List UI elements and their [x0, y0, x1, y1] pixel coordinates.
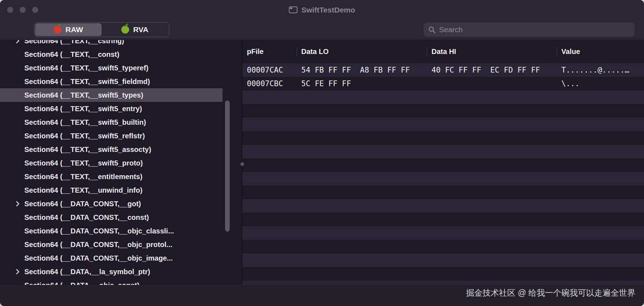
table-row[interactable] [242, 118, 644, 131]
sidebar-item[interactable]: Section64 (__TEXT,__swift5_typeref) [0, 61, 223, 75]
sidebar-item[interactable]: Section64 (__DATA_CONST,__const) [0, 211, 223, 224]
segment-rva-label: RVA [133, 25, 148, 34]
sidebar-item[interactable]: Section64 (__TEXT,__swift5_fieldmd) [0, 75, 223, 88]
cell-pfile: 00007CAC [242, 66, 297, 74]
address-mode-segmented-control: RAW RVA [34, 22, 169, 37]
table-row[interactable] [242, 226, 644, 240]
table-row[interactable] [242, 281, 644, 285]
segment-raw[interactable]: RAW [35, 23, 102, 36]
sidebar-item-label: Section64 (__TEXT,__swift5_fieldmd) [24, 78, 150, 86]
toolbar: RAW RVA [0, 20, 644, 40]
table-row[interactable] [242, 145, 644, 158]
app-window: SwiftTestDemo RAW RVA [0, 0, 644, 306]
search-field[interactable] [424, 23, 635, 37]
sidebar-item[interactable]: Section64 (__TEXT,__entitlements) [0, 170, 223, 183]
sidebar-item-label: Section64 (__DATA,__objc_const) [24, 281, 140, 285]
sidebar-item[interactable]: Section64 (__TEXT,__swift5_types) [0, 88, 223, 102]
sidebar-item[interactable]: Section64 (__DATA,__objc_const) [0, 278, 223, 285]
sidebar-scrollbar [225, 40, 230, 285]
column-header-data-lo[interactable]: Data LO [297, 40, 427, 63]
sidebar-scrollbar-thumb[interactable] [225, 100, 230, 232]
table-row[interactable] [242, 253, 644, 267]
sidebar-item-label: Section64 (__DATA_CONST,__objc_protol... [24, 241, 172, 249]
document-window-icon [289, 6, 297, 13]
sidebar-item[interactable]: Section64 (__TEXT,__swift5_proto) [0, 156, 223, 170]
cell-value: T.......@.....… [557, 66, 644, 74]
sidebar-item[interactable]: Section64 (__DATA_CONST,__got) [0, 197, 223, 211]
sidebar-list: Section64 (__TEXT,__cstring) Section64 (… [0, 40, 242, 285]
cell-pfile: 00007CBC [242, 79, 297, 88]
search-icon [428, 26, 436, 34]
section-sidebar: Section64 (__TEXT,__cstring) Section64 (… [0, 40, 242, 285]
segment-rva[interactable]: RVA [102, 23, 168, 36]
sidebar-item[interactable]: Section64 (__TEXT,__cstring) [0, 40, 223, 48]
traffic-lights [0, 7, 38, 13]
table-row[interactable] [242, 240, 644, 253]
table-row[interactable]: 00007CBC 5C FE FF FF \... [242, 77, 644, 90]
table-row[interactable] [242, 267, 644, 281]
red-apple-icon [54, 26, 62, 34]
sidebar-item[interactable]: Section64 (__DATA,__la_symbol_ptr) [0, 265, 223, 278]
table-row[interactable] [242, 172, 644, 186]
sidebar-item[interactable]: Section64 (__TEXT,__swift5_assocty) [0, 143, 223, 156]
cell-value: \... [557, 79, 644, 88]
column-header-data-hi[interactable]: Data HI [427, 40, 557, 63]
table-row[interactable] [242, 199, 644, 213]
sidebar-item[interactable]: Section64 (__TEXT,__const) [0, 48, 223, 61]
green-apple-icon [121, 26, 129, 34]
column-header-value[interactable]: Value [557, 40, 644, 63]
split-handle[interactable] [240, 162, 244, 166]
segment-raw-label: RAW [65, 25, 83, 34]
table-body: 00007CAC 54 FB FF FF A8 FB FF FF 40 FC F… [242, 63, 644, 285]
sidebar-item[interactable]: Section64 (__TEXT,__swift5_builtin) [0, 115, 223, 129]
table-row[interactable] [242, 158, 644, 172]
sidebar-item[interactable]: Section64 (__DATA_CONST,__objc_classli..… [0, 224, 223, 238]
bottom-bar: 掘金技术社区 @ 给我一个碗我可以走遍全世界 [0, 285, 644, 306]
sidebar-item-label: Section64 (__TEXT,__swift5_types) [24, 91, 143, 99]
column-header-pfile[interactable]: pFile [242, 40, 297, 63]
sidebar-item-label: Section64 (__DATA_CONST,__objc_classli..… [24, 227, 174, 235]
zoom-button[interactable] [32, 7, 38, 13]
main-content: Section64 (__TEXT,__cstring) Section64 (… [0, 40, 644, 285]
search-input[interactable] [439, 25, 630, 34]
sidebar-item-label: Section64 (__TEXT,__swift5_builtin) [24, 118, 146, 127]
table-header: pFile Data LO Data HI Value [242, 40, 644, 63]
sidebar-item[interactable]: Section64 (__DATA_CONST,__objc_protol... [0, 238, 223, 251]
sidebar-item-label: Section64 (__TEXT,__swift5_entry) [24, 105, 142, 113]
sidebar-item-label: Section64 (__DATA_CONST,__got) [24, 200, 141, 208]
sidebar-item[interactable]: Section64 (__TEXT,__unwind_info) [0, 183, 223, 197]
sidebar-item-label: Section64 (__TEXT,__entitlements) [24, 173, 142, 181]
disclosure-chevron-icon[interactable] [16, 269, 20, 275]
window-title: SwiftTestDemo [301, 6, 355, 14]
table-row[interactable] [242, 213, 644, 226]
sidebar-item-label: Section64 (__DATA_CONST,__objc_image... [24, 254, 173, 262]
sidebar-item-label: Section64 (__TEXT,__const) [24, 50, 119, 59]
table-row[interactable] [242, 131, 644, 145]
sidebar-item[interactable]: Section64 (__TEXT,__swift5_reflstr) [0, 129, 223, 143]
table-row[interactable] [242, 90, 644, 104]
minimize-button[interactable] [20, 7, 26, 13]
cell-data-lo: 54 FB FF FF A8 FB FF FF [297, 66, 427, 74]
sidebar-item-label: Section64 (__TEXT,__swift5_assocty) [24, 145, 151, 154]
table-row[interactable]: 00007CAC 54 FB FF FF A8 FB FF FF 40 FC F… [242, 63, 644, 77]
hex-table: pFile Data LO Data HI Value 00007CAC 54 … [242, 40, 644, 285]
window-title-group: SwiftTestDemo [289, 6, 355, 14]
table-row[interactable] [242, 186, 644, 199]
cell-data-lo: 5C FE FF FF [297, 79, 427, 88]
sidebar-item-label: Section64 (__DATA,__la_symbol_ptr) [24, 268, 150, 276]
close-button[interactable] [7, 7, 13, 13]
watermark-text: 掘金技术社区 @ 给我一个碗我可以走遍全世界 [466, 287, 635, 298]
cell-data-hi: 40 FC FF FF EC FD FF FF [427, 66, 557, 74]
table-row[interactable] [242, 104, 644, 118]
sidebar-item-label: Section64 (__TEXT,__unwind_info) [24, 186, 142, 194]
sidebar-item-label: Section64 (__TEXT,__swift5_proto) [24, 159, 143, 167]
disclosure-chevron-icon[interactable] [16, 40, 20, 44]
sidebar-item[interactable]: Section64 (__TEXT,__swift5_entry) [0, 102, 223, 115]
sidebar-item-label: Section64 (__TEXT,__cstring) [24, 40, 124, 45]
sidebar-item-label: Section64 (__TEXT,__swift5_reflstr) [24, 132, 145, 140]
disclosure-chevron-icon[interactable] [16, 201, 20, 207]
sidebar-item-label: Section64 (__DATA_CONST,__const) [24, 213, 149, 222]
sidebar-item[interactable]: Section64 (__DATA_CONST,__objc_image... [0, 251, 223, 265]
sidebar-item-label: Section64 (__TEXT,__swift5_typeref) [24, 64, 148, 72]
title-bar: SwiftTestDemo [0, 0, 644, 20]
